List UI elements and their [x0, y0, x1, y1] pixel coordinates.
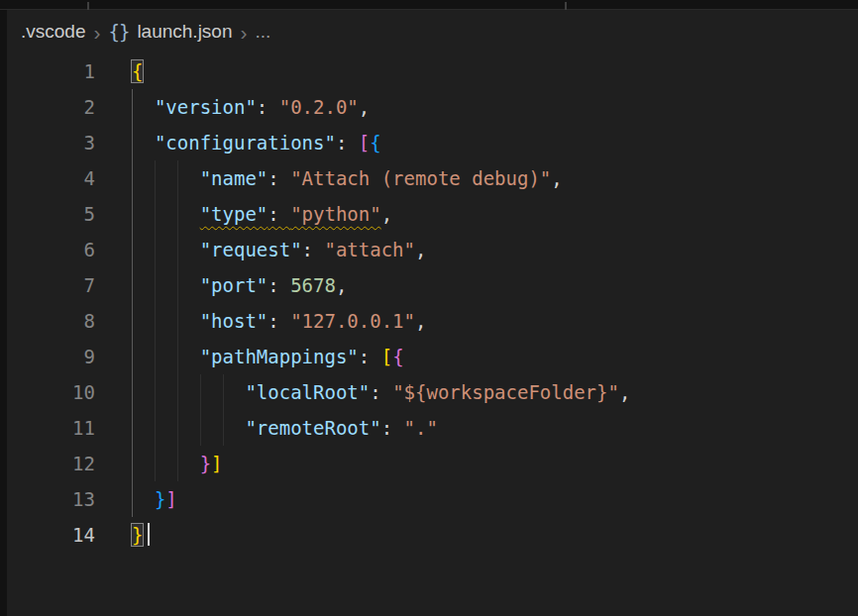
indent-whitespace	[132, 203, 200, 225]
active-indent-guide	[132, 267, 133, 303]
line-number[interactable]: 14	[7, 517, 95, 553]
line-number[interactable]: 9	[7, 339, 95, 374]
code-token: :	[268, 167, 290, 189]
line-number[interactable]: 8	[7, 303, 95, 339]
code-token: [	[359, 132, 370, 154]
json-braces-icon: {}	[108, 21, 129, 43]
code-token: "remoteRoot"	[245, 417, 380, 439]
code-editor[interactable]: 1{2 "version": "0.2.0",3 "configurations…	[7, 53, 858, 553]
matched-bracket: }	[132, 524, 143, 546]
code-token: "name"	[200, 167, 268, 189]
line-number[interactable]: 3	[7, 125, 95, 160]
indent-guide	[177, 232, 178, 267]
code-token: ]	[211, 453, 222, 474]
line-number[interactable]: 13	[7, 481, 95, 517]
code-text: }]	[132, 446, 223, 481]
code-token: ,	[381, 203, 392, 225]
active-indent-guide	[132, 303, 133, 339]
code-token: "${workspaceFolder}"	[392, 381, 619, 403]
indent-guide	[223, 374, 224, 410]
active-indent-guide	[132, 446, 133, 481]
line-number[interactable]: 5	[7, 196, 95, 232]
indent-guide	[155, 267, 156, 303]
tab-divider	[565, 2, 567, 10]
indent-guide	[177, 303, 178, 339]
breadcrumb: .vscode › {} launch.json › ...	[7, 10, 858, 53]
chevron-right-icon: ›	[241, 22, 248, 43]
indent-guide	[200, 374, 201, 410]
line-number[interactable]: 2	[7, 89, 95, 125]
chevron-right-icon: ›	[93, 22, 100, 43]
active-indent-guide	[132, 339, 133, 374]
indent-whitespace	[132, 346, 200, 367]
line-number[interactable]: 12	[7, 446, 95, 481]
code-token: {	[370, 132, 380, 154]
code-line-11[interactable]: 11 "remoteRoot": "."	[7, 410, 858, 446]
indent-guide	[177, 374, 178, 410]
code-token: }	[155, 488, 165, 510]
line-number[interactable]: 4	[7, 160, 95, 196]
active-indent-guide	[132, 125, 133, 160]
indent-whitespace	[132, 167, 200, 189]
code-line-6[interactable]: 6 "request": "attach",	[7, 232, 858, 267]
code-line-8[interactable]: 8 "host": "127.0.0.1",	[7, 303, 858, 339]
code-line-1[interactable]: 1{	[7, 53, 858, 89]
breadcrumb-folder[interactable]: .vscode	[21, 21, 85, 43]
code-line-14[interactable]: 14}	[7, 517, 858, 553]
line-number[interactable]: 6	[7, 232, 95, 267]
active-indent-guide	[132, 374, 133, 410]
code-token: 5678	[290, 274, 336, 296]
indent-guide	[155, 339, 156, 374]
code-line-12[interactable]: 12 }]	[7, 446, 858, 481]
code-token: :	[381, 417, 404, 439]
code-token: :	[359, 346, 381, 367]
code-line-4[interactable]: 4 "name": "Attach (remote debug)",	[7, 160, 858, 196]
code-line-13[interactable]: 13 }]	[7, 481, 858, 517]
indent-whitespace	[132, 417, 245, 439]
code-token: "port"	[200, 274, 268, 296]
line-number[interactable]: 11	[7, 410, 95, 446]
code-line-10[interactable]: 10 "localRoot": "${workspaceFolder}",	[7, 374, 858, 410]
code-text: }	[132, 517, 150, 553]
code-line-3[interactable]: 3 "configurations": [{	[7, 125, 858, 160]
code-token: {	[392, 346, 403, 367]
code-token: "localRoot"	[245, 381, 370, 403]
indent-whitespace	[132, 96, 155, 118]
indent-guide	[177, 267, 178, 303]
code-line-7[interactable]: 7 "port": 5678,	[7, 267, 858, 303]
code-token: ,	[415, 239, 426, 260]
code-text: "name": "Attach (remote debug)",	[132, 160, 563, 196]
active-indent-guide	[132, 196, 133, 232]
indent-guide	[177, 339, 178, 374]
code-token: "type"	[200, 203, 268, 225]
code-text: }]	[132, 481, 177, 517]
code-text: "pathMappings": [{	[132, 339, 404, 374]
code-text: "host": "127.0.0.1",	[132, 303, 426, 339]
code-token: "host"	[200, 310, 268, 332]
code-token: :	[370, 381, 392, 403]
indent-guide	[177, 410, 178, 446]
text-cursor	[148, 523, 150, 546]
line-number[interactable]: 10	[7, 374, 95, 410]
code-line-5[interactable]: 5 "type": "python",	[7, 196, 858, 232]
indent-guide	[177, 160, 178, 196]
indent-guide	[223, 410, 224, 446]
code-line-9[interactable]: 9 "pathMappings": [{	[7, 339, 858, 374]
indent-guide	[155, 232, 156, 267]
code-token: "0.2.0"	[279, 96, 359, 118]
code-token: :	[268, 310, 290, 332]
breadcrumb-file[interactable]: launch.json	[137, 21, 232, 43]
line-number[interactable]: 1	[7, 53, 95, 89]
matched-bracket: {	[132, 60, 143, 82]
code-line-2[interactable]: 2 "version": "0.2.0",	[7, 89, 858, 125]
indent-whitespace	[132, 239, 200, 260]
code-token: "attach"	[324, 239, 415, 260]
line-number[interactable]: 7	[7, 267, 95, 303]
code-token: ,	[619, 381, 630, 403]
code-text: "type": "python",	[132, 196, 392, 232]
active-indent-guide	[132, 232, 133, 267]
breadcrumb-symbol-more[interactable]: ...	[256, 21, 271, 43]
vscode-window: .vscode › {} launch.json › ... 1{2 "vers…	[0, 0, 858, 616]
code-token: :	[257, 96, 279, 118]
indent-whitespace	[132, 132, 155, 154]
